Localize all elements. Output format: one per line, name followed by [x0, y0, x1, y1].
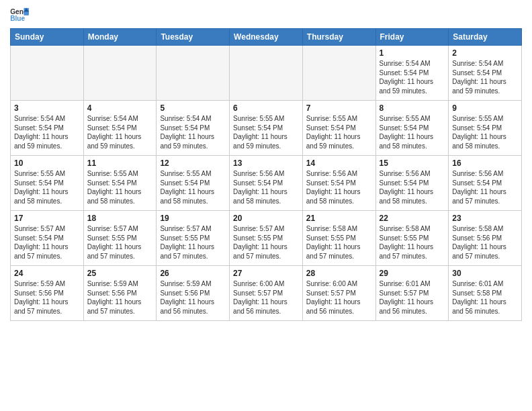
calendar-day: 17Sunrise: 5:57 AMSunset: 5:54 PMDayligh…	[11, 211, 84, 266]
day-number: 25	[87, 269, 153, 278]
day-info: Sunrise: 5:58 AMSunset: 5:55 PMDaylight:…	[306, 224, 372, 261]
calendar-day: 7Sunrise: 5:55 AMSunset: 5:54 PMDaylight…	[302, 101, 375, 156]
day-number: 10	[14, 158, 80, 168]
day-info: Sunrise: 5:59 AMSunset: 5:56 PMDaylight:…	[14, 279, 80, 316]
day-number: 21	[306, 214, 372, 223]
day-number: 24	[14, 269, 80, 278]
svg-text:Blue: Blue	[10, 15, 25, 22]
day-number: 12	[160, 158, 226, 168]
day-info: Sunrise: 5:55 AMSunset: 5:54 PMDaylight:…	[233, 114, 299, 150]
day-number: 17	[14, 214, 80, 223]
day-info: Sunrise: 5:59 AMSunset: 5:56 PMDaylight:…	[160, 279, 226, 316]
day-number: 5	[160, 103, 226, 113]
weekday-header-row: SundayMondayTuesdayWednesdayThursdayFrid…	[11, 29, 522, 46]
calendar-day: 12Sunrise: 5:55 AMSunset: 5:54 PMDayligh…	[157, 156, 230, 211]
day-number: 8	[380, 103, 445, 113]
day-info: Sunrise: 5:56 AMSunset: 5:54 PMDaylight:…	[380, 169, 445, 205]
calendar-day: 24Sunrise: 5:59 AMSunset: 5:56 PMDayligh…	[11, 266, 84, 321]
day-number: 19	[160, 214, 226, 223]
day-number: 28	[306, 269, 372, 278]
day-info: Sunrise: 5:55 AMSunset: 5:54 PMDaylight:…	[380, 114, 445, 150]
day-number: 3	[14, 103, 80, 113]
day-info: Sunrise: 5:58 AMSunset: 5:55 PMDaylight:…	[380, 224, 445, 261]
day-number: 13	[233, 158, 299, 168]
calendar-day	[11, 46, 84, 101]
calendar-day: 15Sunrise: 5:56 AMSunset: 5:54 PMDayligh…	[375, 156, 449, 211]
day-info: Sunrise: 5:56 AMSunset: 5:54 PMDaylight:…	[233, 169, 299, 205]
calendar-day: 20Sunrise: 5:57 AMSunset: 5:55 PMDayligh…	[230, 211, 303, 266]
calendar-day: 29Sunrise: 6:01 AMSunset: 5:57 PMDayligh…	[375, 266, 449, 321]
calendar-day: 6Sunrise: 5:55 AMSunset: 5:54 PMDaylight…	[230, 101, 303, 156]
day-info: Sunrise: 5:56 AMSunset: 5:54 PMDaylight:…	[452, 169, 518, 205]
weekday-header-saturday: Saturday	[449, 29, 522, 46]
day-number: 15	[380, 158, 445, 168]
day-info: Sunrise: 5:55 AMSunset: 5:54 PMDaylight:…	[306, 114, 372, 150]
day-number: 7	[306, 103, 372, 113]
day-info: Sunrise: 5:55 AMSunset: 5:54 PMDaylight:…	[14, 169, 80, 205]
weekday-header-tuesday: Tuesday	[157, 29, 230, 46]
weekday-header-sunday: Sunday	[11, 29, 84, 46]
day-info: Sunrise: 5:57 AMSunset: 5:55 PMDaylight:…	[160, 224, 226, 261]
day-number: 16	[452, 158, 518, 168]
day-info: Sunrise: 5:54 AMSunset: 5:54 PMDaylight:…	[160, 114, 226, 150]
day-number: 1	[380, 48, 445, 58]
day-number: 9	[452, 103, 518, 113]
day-info: Sunrise: 5:55 AMSunset: 5:54 PMDaylight:…	[87, 169, 153, 205]
calendar-day: 18Sunrise: 5:57 AMSunset: 5:55 PMDayligh…	[83, 211, 157, 266]
day-info: Sunrise: 5:57 AMSunset: 5:55 PMDaylight:…	[233, 224, 299, 261]
calendar-day	[83, 46, 157, 101]
day-info: Sunrise: 5:57 AMSunset: 5:54 PMDaylight:…	[14, 224, 80, 261]
day-info: Sunrise: 6:00 AMSunset: 5:57 PMDaylight:…	[233, 279, 299, 316]
day-info: Sunrise: 5:54 AMSunset: 5:54 PMDaylight:…	[452, 59, 518, 95]
day-number: 27	[233, 269, 299, 278]
weekday-header-monday: Monday	[83, 29, 157, 46]
day-info: Sunrise: 5:56 AMSunset: 5:54 PMDaylight:…	[306, 169, 372, 205]
day-info: Sunrise: 6:00 AMSunset: 5:57 PMDaylight:…	[306, 279, 372, 316]
day-info: Sunrise: 5:57 AMSunset: 5:55 PMDaylight:…	[87, 224, 153, 261]
logo-icon: General Blue	[10, 7, 29, 23]
day-info: Sunrise: 5:55 AMSunset: 5:54 PMDaylight:…	[160, 169, 226, 205]
calendar-day: 19Sunrise: 5:57 AMSunset: 5:55 PMDayligh…	[157, 211, 230, 266]
calendar-day: 1Sunrise: 5:54 AMSunset: 5:54 PMDaylight…	[375, 46, 449, 101]
calendar-week-1: 1Sunrise: 5:54 AMSunset: 5:54 PMDaylight…	[11, 46, 522, 101]
day-number: 18	[87, 214, 153, 223]
calendar-day: 28Sunrise: 6:00 AMSunset: 5:57 PMDayligh…	[302, 266, 375, 321]
day-info: Sunrise: 6:01 AMSunset: 5:57 PMDaylight:…	[380, 279, 445, 316]
calendar-day	[302, 46, 375, 101]
day-number: 29	[380, 269, 445, 278]
day-number: 6	[233, 103, 299, 113]
calendar-day: 5Sunrise: 5:54 AMSunset: 5:54 PMDaylight…	[157, 101, 230, 156]
page-container: General Blue SundayMondayTuesdayWednesda…	[0, 0, 532, 328]
calendar-day: 22Sunrise: 5:58 AMSunset: 5:55 PMDayligh…	[375, 211, 449, 266]
day-number: 11	[87, 158, 153, 168]
calendar-day: 13Sunrise: 5:56 AMSunset: 5:54 PMDayligh…	[230, 156, 303, 211]
day-number: 22	[380, 214, 445, 223]
calendar-day: 9Sunrise: 5:55 AMSunset: 5:54 PMDaylight…	[449, 101, 522, 156]
calendar-week-2: 3Sunrise: 5:54 AMSunset: 5:54 PMDaylight…	[11, 101, 522, 156]
day-info: Sunrise: 5:58 AMSunset: 5:56 PMDaylight:…	[452, 224, 518, 261]
calendar-week-3: 10Sunrise: 5:55 AMSunset: 5:54 PMDayligh…	[11, 156, 522, 211]
day-number: 23	[452, 214, 518, 223]
calendar-day: 21Sunrise: 5:58 AMSunset: 5:55 PMDayligh…	[302, 211, 375, 266]
weekday-header-wednesday: Wednesday	[230, 29, 303, 46]
calendar-week-5: 24Sunrise: 5:59 AMSunset: 5:56 PMDayligh…	[11, 266, 522, 321]
calendar-day	[230, 46, 303, 101]
calendar-day: 11Sunrise: 5:55 AMSunset: 5:54 PMDayligh…	[83, 156, 157, 211]
day-info: Sunrise: 5:55 AMSunset: 5:54 PMDaylight:…	[452, 114, 518, 150]
calendar-day: 8Sunrise: 5:55 AMSunset: 5:54 PMDaylight…	[375, 101, 449, 156]
day-info: Sunrise: 6:01 AMSunset: 5:58 PMDaylight:…	[452, 279, 518, 316]
day-number: 30	[452, 269, 518, 278]
day-number: 26	[160, 269, 226, 278]
calendar-day: 30Sunrise: 6:01 AMSunset: 5:58 PMDayligh…	[449, 266, 522, 321]
calendar-day: 16Sunrise: 5:56 AMSunset: 5:54 PMDayligh…	[449, 156, 522, 211]
day-number: 2	[452, 48, 518, 58]
day-info: Sunrise: 5:59 AMSunset: 5:56 PMDaylight:…	[87, 279, 153, 316]
day-number: 20	[233, 214, 299, 223]
calendar-day: 14Sunrise: 5:56 AMSunset: 5:54 PMDayligh…	[302, 156, 375, 211]
weekday-header-friday: Friday	[375, 29, 449, 46]
calendar-day: 3Sunrise: 5:54 AMSunset: 5:54 PMDaylight…	[11, 101, 84, 156]
calendar-day: 23Sunrise: 5:58 AMSunset: 5:56 PMDayligh…	[449, 211, 522, 266]
day-number: 4	[87, 103, 153, 113]
calendar-day: 10Sunrise: 5:55 AMSunset: 5:54 PMDayligh…	[11, 156, 84, 211]
calendar-day: 26Sunrise: 5:59 AMSunset: 5:56 PMDayligh…	[157, 266, 230, 321]
